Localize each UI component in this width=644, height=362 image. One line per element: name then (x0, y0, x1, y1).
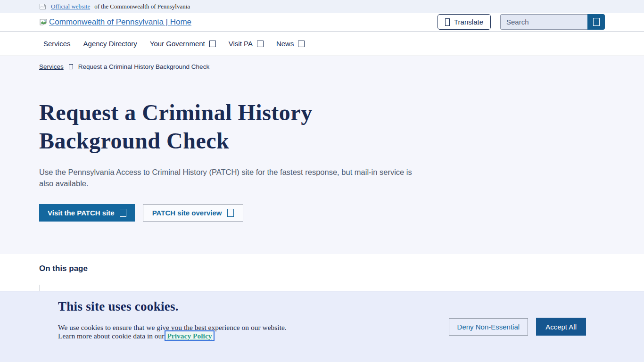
breadcrumb-services-link[interactable]: Services (39, 63, 64, 70)
cookie-consent-banner: This site uses cookies. We use cookies t… (0, 291, 644, 362)
patch-site-overview-button[interactable]: PATCH site overview (143, 204, 243, 222)
nav-item-your-government[interactable]: Your Government (150, 40, 216, 48)
page-description: Use the Pennsylvania Access to Criminal … (39, 166, 416, 189)
button-label: PATCH site overview (152, 209, 222, 217)
translate-button[interactable]: Translate (438, 14, 491, 30)
on-this-page-heading: On this page (39, 264, 605, 273)
search-button[interactable] (587, 14, 605, 30)
cookie-banner-line2: Learn more about cookie data in our Priv… (58, 332, 287, 340)
nav-label: News (276, 40, 294, 48)
visit-patch-site-button[interactable]: Visit the PATCH site (39, 204, 135, 222)
search-input[interactable] (500, 14, 587, 30)
cookie-banner-line1: We use cookies to ensure that we give yo… (58, 323, 287, 332)
chevron-down-icon (209, 41, 216, 47)
translate-icon (445, 18, 450, 26)
external-link-icon (120, 209, 126, 217)
nav-label: Visit PA (229, 40, 253, 48)
banner-text: of the Commonwealth of Pennsylvania (94, 3, 190, 10)
search-icon (593, 18, 600, 26)
cookie-line2-prefix: Learn more about cookie data in our (58, 332, 166, 340)
cookie-banner-title: This site uses cookies. (58, 299, 287, 314)
official-site-banner: Official website of the Commonwealth of … (0, 0, 644, 13)
accept-all-button[interactable]: Accept All (536, 318, 586, 336)
translate-label: Translate (454, 18, 483, 26)
hero-section: Services Request a Criminal History Back… (0, 56, 644, 254)
nav-item-news[interactable]: News (276, 40, 305, 48)
breadcrumb-separator-icon (69, 64, 73, 69)
breadcrumb: Services Request a Criminal History Back… (39, 63, 605, 70)
chevron-down-icon (257, 41, 264, 47)
page-title: Request a Criminal History Background Ch… (39, 99, 369, 155)
primary-navigation: Services Agency Directory Your Governmen… (0, 32, 644, 56)
nav-label: Agency Directory (83, 40, 137, 48)
flag-broken-image-icon (39, 3, 47, 10)
external-link-icon (227, 209, 234, 217)
logo-text: Commonwealth of Pennsylvania | Home (49, 17, 191, 27)
nav-label: Your Government (150, 40, 205, 48)
chevron-down-icon (298, 41, 305, 47)
search-box (500, 14, 605, 30)
anchor-list-marker (40, 285, 40, 291)
nav-item-services[interactable]: Services (43, 40, 71, 48)
site-header: Commonwealth of Pennsylvania | Home Tran… (0, 13, 644, 32)
official-website-link[interactable]: Official website (51, 3, 90, 10)
deny-non-essential-button[interactable]: Deny Non-Essential (449, 318, 528, 336)
home-logo-link[interactable]: Commonwealth of Pennsylvania | Home (39, 17, 191, 27)
button-label: Visit the PATCH site (48, 209, 115, 217)
nav-label: Services (43, 40, 71, 48)
breadcrumb-current: Request a Criminal History Background Ch… (78, 63, 209, 70)
broken-image-icon (39, 18, 48, 26)
nav-item-visit-pa[interactable]: Visit PA (229, 40, 264, 48)
nav-item-agency-directory[interactable]: Agency Directory (83, 40, 137, 48)
privacy-policy-link[interactable]: Privacy Policy (166, 332, 213, 340)
